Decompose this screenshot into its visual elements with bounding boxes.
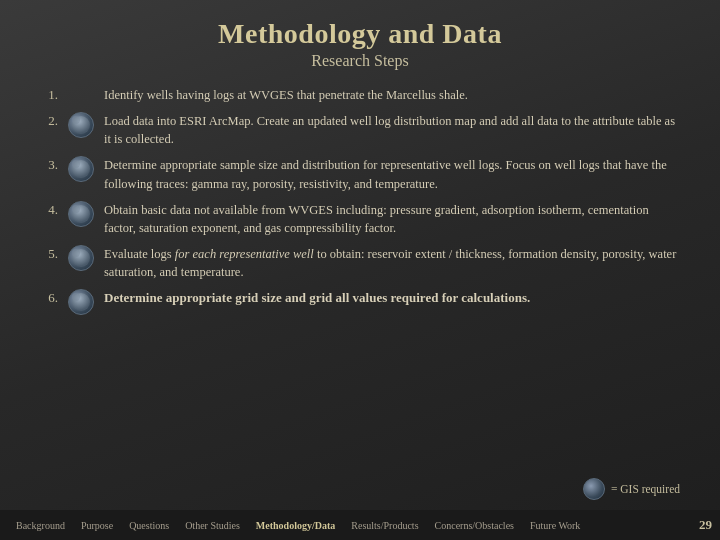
page-subtitle: Research Steps bbox=[30, 52, 690, 70]
step-text: Obtain basic data not available from WVG… bbox=[104, 201, 680, 237]
nav-item-future-work[interactable]: Future Work bbox=[522, 520, 588, 531]
step-number: 6. bbox=[40, 289, 58, 306]
step-text: Determine appropriate grid size and grid… bbox=[104, 289, 680, 308]
nav-item-concerns-obstacles[interactable]: Concerns/Obstacles bbox=[427, 520, 522, 531]
nav-items: BackgroundPurposeQuestionsOther StudiesM… bbox=[8, 520, 688, 531]
main-container: Methodology and Data Research Steps 1.Id… bbox=[0, 0, 720, 540]
step-number: 5. bbox=[40, 245, 58, 262]
gis-note-text: = GIS required bbox=[611, 483, 680, 495]
step-text: Determine appropriate sample size and di… bbox=[104, 156, 680, 192]
nav-item-methodology-data[interactable]: Methodology/Data bbox=[248, 520, 343, 531]
gis-note: = GIS required bbox=[30, 478, 680, 500]
gis-icon bbox=[68, 289, 94, 315]
gis-icon bbox=[68, 112, 94, 138]
step-text: Load data into ESRI ArcMap. Create an up… bbox=[104, 112, 680, 148]
header: Methodology and Data Research Steps bbox=[30, 18, 690, 70]
gis-icon bbox=[68, 245, 94, 271]
steps-list: 1.Identify wells having logs at WVGES th… bbox=[30, 86, 690, 474]
gis-icon bbox=[68, 201, 94, 227]
step-number: 2. bbox=[40, 112, 58, 129]
step-number: 4. bbox=[40, 201, 58, 218]
page-number: 29 bbox=[688, 517, 712, 533]
step-number: 3. bbox=[40, 156, 58, 173]
step-item: 1.Identify wells having logs at WVGES th… bbox=[40, 86, 680, 104]
step-item: 6.Determine appropriate grid size and gr… bbox=[40, 289, 680, 315]
nav-item-results-products[interactable]: Results/Products bbox=[343, 520, 426, 531]
page-title: Methodology and Data bbox=[30, 18, 690, 50]
bottom-nav: BackgroundPurposeQuestionsOther StudiesM… bbox=[0, 510, 720, 540]
step-text: Evaluate logs for each representative we… bbox=[104, 245, 680, 281]
gis-icon bbox=[68, 156, 94, 182]
step-item: 3.Determine appropriate sample size and … bbox=[40, 156, 680, 192]
gis-note-icon bbox=[583, 478, 605, 500]
nav-item-purpose[interactable]: Purpose bbox=[73, 520, 121, 531]
step-number: 1. bbox=[40, 86, 58, 103]
step-item: 5.Evaluate logs for each representative … bbox=[40, 245, 680, 281]
nav-item-questions[interactable]: Questions bbox=[121, 520, 177, 531]
nav-item-background[interactable]: Background bbox=[8, 520, 73, 531]
nav-item-other-studies[interactable]: Other Studies bbox=[177, 520, 248, 531]
step-item: 2.Load data into ESRI ArcMap. Create an … bbox=[40, 112, 680, 148]
step-item: 4.Obtain basic data not available from W… bbox=[40, 201, 680, 237]
step-text: Identify wells having logs at WVGES that… bbox=[104, 86, 680, 104]
